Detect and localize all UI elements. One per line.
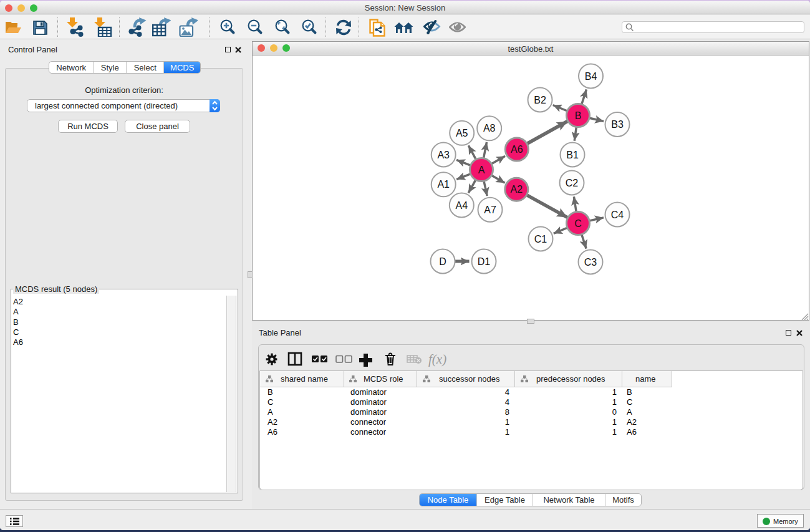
svg-text:A5: A5	[456, 128, 468, 138]
svg-text:A1: A1	[437, 179, 450, 190]
svg-text:C: C	[574, 218, 582, 229]
svg-text:f(x): f(x)	[428, 352, 446, 367]
svg-text:A2: A2	[511, 184, 523, 195]
svg-text:A: A	[478, 165, 485, 175]
svg-text:C4: C4	[611, 210, 624, 220]
svg-text:D1: D1	[478, 256, 491, 267]
svg-text:A6: A6	[511, 144, 523, 155]
svg-text:D: D	[439, 256, 446, 267]
svg-text:A4: A4	[456, 200, 468, 211]
svg-text:B: B	[575, 110, 582, 121]
svg-text:A8: A8	[483, 123, 496, 133]
svg-text:B1: B1	[566, 150, 579, 160]
svg-text:C3: C3	[584, 257, 597, 268]
svg-text:B4: B4	[585, 71, 597, 82]
svg-text:A3: A3	[437, 150, 450, 160]
svg-text:C2: C2	[566, 178, 579, 188]
svg-text:B2: B2	[534, 95, 546, 105]
svg-text:A7: A7	[484, 205, 496, 215]
svg-text:B3: B3	[611, 119, 624, 130]
svg-text:C1: C1	[534, 234, 547, 244]
